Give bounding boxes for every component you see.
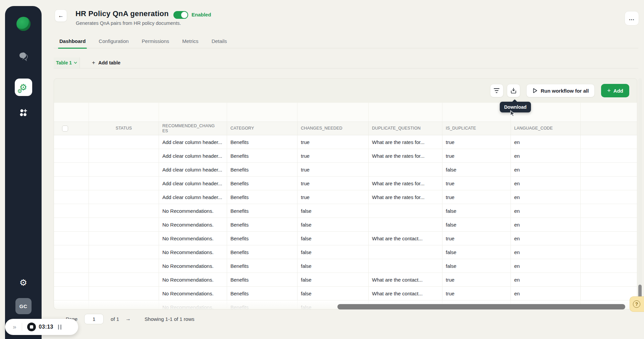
cell-duplicate-question: What are the contact... (369, 232, 442, 245)
cell-empty (581, 259, 637, 273)
cell-recommended-changes: Add clear column header... (159, 149, 227, 162)
tab-details[interactable]: Details (211, 38, 228, 48)
cell-category: Benefits (227, 190, 298, 204)
cell-language-code: en (511, 287, 581, 300)
enabled-toggle[interactable] (173, 11, 188, 19)
download-tray-icon (510, 87, 517, 94)
cell-recommended-changes: No Recommendations. (159, 245, 227, 259)
chevron-down-icon (74, 61, 77, 64)
data-grid: STATUSRECOMMENDED_CHANGESCATEGORYCHANGES… (54, 103, 637, 309)
cell-empty (581, 177, 637, 190)
user-avatar[interactable]: GC (15, 298, 32, 314)
cell-empty (54, 232, 89, 245)
sidebar-item-chat[interactable] (16, 50, 31, 64)
cell-language-code: en (511, 135, 581, 149)
tab-dashboard[interactable]: Dashboard (59, 38, 86, 48)
mouse-cursor (509, 110, 516, 117)
sidebar-item-members[interactable] (16, 105, 31, 120)
question-mark-icon: ? (633, 300, 640, 308)
table-row[interactable]: Add clear column header...BenefitstrueWh… (54, 190, 637, 204)
run-workflow-button[interactable]: Run workflow for all (526, 84, 595, 97)
cell-changes-needed: true (298, 149, 369, 162)
chat-bubbles-icon (18, 52, 29, 62)
table-row[interactable]: Add clear column header...BenefitstrueWh… (54, 177, 637, 190)
next-page-button[interactable]: → (123, 316, 133, 322)
people-add-icon (18, 107, 29, 118)
pagination-bar: ← Page of 1 → Showing 1-1 of 1 rows (54, 312, 638, 326)
cell-category: Benefits (227, 287, 298, 300)
table-row[interactable]: No Recommendations.Benefitsfalsefalseen (54, 259, 637, 273)
cell-empty (581, 135, 637, 149)
cell-status (89, 287, 159, 300)
column-header-status: STATUS (89, 122, 159, 135)
pause-button[interactable] (58, 325, 61, 330)
cell-empty (54, 163, 89, 176)
cell-status (89, 177, 159, 190)
cell-changes-needed: false (298, 273, 369, 286)
add-table-button[interactable]: + Add table (80, 57, 120, 68)
brand-logo-icon[interactable] (16, 17, 31, 31)
back-button[interactable]: ← (55, 9, 67, 22)
cell-is-duplicate: true (442, 177, 511, 190)
select-all-checkbox[interactable] (62, 126, 68, 132)
cell-empty (54, 218, 89, 231)
cell-empty (581, 287, 637, 300)
settings-gear-icon[interactable]: ⚙ (19, 278, 27, 288)
stop-recording-button[interactable] (27, 323, 36, 331)
run-workflow-label: Run workflow for all (541, 88, 589, 94)
table-row[interactable]: No Recommendations.Benefitsfalsefalseen (54, 218, 637, 232)
horizontal-scrollbar[interactable] (337, 304, 625, 309)
cell-category: Benefits (227, 218, 298, 231)
cell-duplicate-question: What are the rates for... (369, 149, 442, 162)
table-row[interactable]: No Recommendations.Benefitsfalsefalseen (54, 245, 637, 259)
cell-category: Benefits (227, 245, 298, 259)
table-selector-label: Table 1 (56, 60, 72, 65)
table-row[interactable]: No Recommendations.Benefitsfalsefalseen (54, 204, 637, 218)
toggle-knob (181, 12, 187, 18)
sidebar: ⚙ ⚙ ⚙ GC (5, 6, 42, 339)
cell-empty (581, 163, 637, 176)
cell-is-duplicate: true (442, 273, 511, 286)
add-row-button[interactable]: + Add (601, 84, 629, 97)
cell-recommended-changes: No Recommendations. (159, 232, 227, 245)
download-button[interactable] (507, 84, 520, 97)
dock-divider (22, 323, 22, 331)
cell-empty (54, 177, 89, 190)
column-header-is-duplicate: IS_DUPLICATE (442, 122, 511, 135)
table-row[interactable]: Add clear column header...BenefitstrueWh… (54, 135, 637, 149)
table-row[interactable]: No Recommendations.BenefitsfalseWhat are… (54, 273, 637, 287)
page-number-input[interactable] (84, 314, 104, 324)
cell-language-code: en (511, 232, 581, 245)
cell-changes-needed: true (298, 177, 369, 190)
cell-language-code: en (511, 190, 581, 204)
help-button[interactable]: ? (630, 296, 644, 312)
cell-duplicate-question: What are the contact... (369, 273, 442, 286)
cell-is-duplicate: true (442, 232, 511, 245)
cell-duplicate-question: What are the rates for... (369, 190, 442, 204)
filter-button[interactable] (490, 84, 503, 97)
cell-recommended-changes: No Recommendations. (159, 259, 227, 273)
table-selector-dropdown[interactable]: Table 1 (54, 57, 80, 68)
cell-status (89, 190, 159, 204)
cell-category: Benefits (227, 300, 298, 309)
tab-configuration[interactable]: Configuration (98, 38, 129, 48)
play-icon (532, 88, 538, 94)
cell-empty (54, 204, 89, 217)
tab-metrics[interactable]: Metrics (181, 38, 199, 48)
table-row[interactable]: No Recommendations.BenefitsfalseWhat are… (54, 287, 637, 300)
column-header-empty (581, 122, 637, 135)
table-row[interactable]: Add clear column header...Benefitstruefa… (54, 163, 637, 177)
column-header-empty (54, 122, 89, 135)
gear-small-icon: ⚙ (17, 89, 22, 94)
tab-permissions[interactable]: Permissions (141, 38, 170, 48)
rows-summary: Showing 1-1 of 1 rows (145, 316, 194, 322)
table-row[interactable]: Add clear column header...BenefitstrueWh… (54, 149, 637, 163)
cell-duplicate-question (369, 163, 442, 176)
table-row[interactable]: No Recommendations.BenefitsfalseWhat are… (54, 232, 637, 245)
cell-changes-needed: false (298, 218, 369, 231)
expand-chevrons-icon[interactable]: » (13, 323, 16, 331)
cell-status (89, 259, 159, 273)
cell-is-duplicate: false (442, 245, 511, 259)
sidebar-item-workflows[interactable]: ⚙ ⚙ (15, 79, 32, 96)
overflow-menu-button[interactable]: ... (625, 11, 639, 26)
